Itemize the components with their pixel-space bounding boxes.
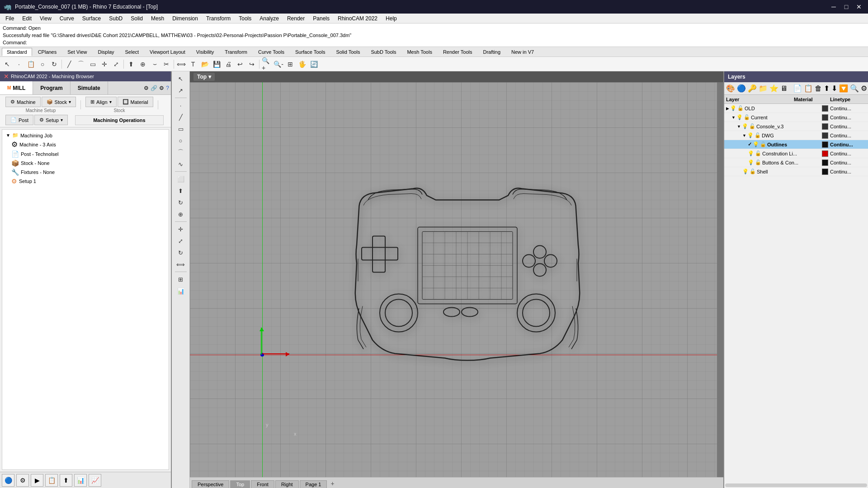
bulb-Construction[interactable]: 💡	[748, 150, 754, 156]
lv-line[interactable]: ╱	[174, 112, 188, 122]
bulb-DWG[interactable]: 💡	[747, 132, 754, 138]
layer-key-icon[interactable]: 🔑	[748, 84, 757, 93]
layer-up-icon[interactable]: ⬆	[824, 84, 830, 93]
lv-select[interactable]: ↖	[174, 73, 188, 84]
menu-edit[interactable]: Edit	[19, 14, 35, 23]
tab-front[interactable]: Front	[251, 480, 274, 488]
tab-perspective[interactable]: Perspective	[192, 480, 229, 488]
tab-solid-tools[interactable]: Solid Tools	[331, 48, 365, 56]
tab-viewport-layout[interactable]: Viewport Layout	[145, 48, 190, 56]
menu-analyze[interactable]: Analyze	[256, 14, 283, 23]
tool-rotate[interactable]: ↻	[49, 59, 60, 70]
menu-rhinocam[interactable]: RhinoCAM 2022	[334, 14, 381, 23]
tool-redo[interactable]: ↪	[246, 59, 257, 70]
lv-extrude[interactable]: ⬆	[174, 185, 188, 196]
expand-OLD[interactable]: ▶	[726, 106, 729, 111]
layer-search-icon[interactable]: 🔍	[850, 84, 859, 93]
layer-star-icon[interactable]: ⭐	[769, 84, 778, 93]
tab-add[interactable]: +	[328, 479, 337, 488]
bulb-console[interactable]: 💡	[742, 123, 748, 129]
rcam-link-icon[interactable]: 🔗	[151, 85, 157, 91]
lock-DWG[interactable]: 🔓	[755, 132, 761, 138]
tool-open[interactable]: 📂	[199, 59, 210, 70]
tab-standard[interactable]: Standard	[2, 48, 32, 56]
color-Construction[interactable]	[822, 150, 828, 157]
tool-undo[interactable]: ↩	[235, 59, 245, 70]
tool-dimension[interactable]: ⟺	[176, 59, 187, 70]
tab-right[interactable]: Right	[275, 480, 299, 488]
tool-scale[interactable]: ⤢	[111, 59, 122, 70]
menu-solid[interactable]: Solid	[127, 14, 146, 23]
tab-cplanes[interactable]: CPlanes	[33, 48, 62, 56]
tool-save[interactable]: 💾	[211, 59, 222, 70]
menu-transform[interactable]: Transform	[203, 14, 234, 23]
tab-subd-tools[interactable]: SubD Tools	[366, 48, 401, 56]
color-DWG[interactable]	[822, 132, 828, 139]
rcam-config-icon[interactable]: ⚙	[159, 85, 164, 91]
menu-mesh[interactable]: Mesh	[147, 14, 168, 23]
lock-Current[interactable]: 🔓	[744, 114, 750, 120]
tool-rect[interactable]: ▭	[87, 59, 98, 70]
maximize-button[interactable]: □	[841, 2, 852, 11]
tab-display[interactable]: Display	[93, 48, 119, 56]
bulb-OLD[interactable]: 💡	[730, 105, 736, 111]
setup-button[interactable]: ⚙ Setup	[34, 115, 68, 125]
tool-fillet[interactable]: ⌣	[149, 59, 160, 70]
tree-root[interactable]: ▼ 📁 Machining Job	[4, 131, 167, 139]
lock-Construction[interactable]: 🔓	[755, 150, 761, 156]
layer-settings-icon[interactable]: ⚙	[861, 84, 867, 93]
bulb-Outlines[interactable]: 💡	[753, 141, 759, 147]
rcam-btn-7[interactable]: 📈	[89, 474, 101, 487]
tool-text[interactable]: T	[188, 59, 198, 70]
align-button[interactable]: ⊞ Align	[85, 97, 116, 107]
menu-surface[interactable]: Surface	[79, 14, 104, 23]
tool-extrude[interactable]: ⬆	[126, 59, 137, 70]
rhinocam-close-x[interactable]: ✕	[4, 73, 9, 80]
tool-layer[interactable]: 📋	[25, 59, 36, 70]
tool-select[interactable]: ↖	[2, 59, 13, 70]
lock-Buttons[interactable]: 🔓	[755, 160, 761, 165]
tab-transform[interactable]: Transform	[220, 48, 252, 56]
layer-row-Outlines[interactable]: ✓ 💡 🔓 Outlines Continu...	[724, 140, 868, 149]
tool-print[interactable]: 🖨	[223, 59, 234, 70]
machine-button[interactable]: ⚙ Machine	[5, 97, 41, 107]
layer-folder-icon[interactable]: 📁	[759, 84, 768, 93]
menu-tools[interactable]: Tools	[235, 14, 255, 23]
tab-mesh-tools[interactable]: Mesh Tools	[402, 48, 437, 56]
lv-boolean[interactable]: ⊕	[174, 209, 188, 220]
tool-boolean[interactable]: ⊕	[137, 59, 148, 70]
lv-rect[interactable]: ▭	[174, 123, 188, 134]
tool-arc[interactable]: ⌒	[75, 59, 86, 70]
color-Current[interactable]	[822, 114, 828, 121]
tab-surface-tools[interactable]: Surface Tools	[290, 48, 330, 56]
rcam-btn-3[interactable]: ▶	[31, 474, 43, 487]
tool-move[interactable]: ✛	[99, 59, 110, 70]
layer-row-DWG[interactable]: ▼ 💡 🔓 DWG Continu...	[724, 131, 868, 140]
lv-surface[interactable]: ⬜	[174, 174, 188, 184]
tab-program[interactable]: Program	[33, 81, 70, 94]
tree-item-stock[interactable]: 📦 Stock - None	[4, 159, 167, 168]
color-Shell[interactable]	[822, 169, 828, 175]
layer-new-icon[interactable]: 📄	[793, 84, 802, 93]
bulb-Shell[interactable]: 💡	[742, 169, 749, 174]
menu-dimension[interactable]: Dimension	[169, 14, 202, 23]
tab-mill[interactable]: M MILL	[0, 81, 33, 94]
tree-item-fixtures[interactable]: 🔧 Fixtures - None	[4, 168, 167, 177]
lv-arc[interactable]: ⌒	[174, 147, 188, 158]
tree-expand-root[interactable]: ▼	[6, 133, 10, 138]
rcam-btn-2[interactable]: ⚙	[16, 474, 29, 487]
layer-row-Current[interactable]: ▼ 💡 🔓 Current Continu...	[724, 113, 868, 122]
tab-select[interactable]: Select	[120, 48, 144, 56]
tool-pan[interactable]: 🖐	[297, 59, 307, 70]
menu-file[interactable]: File	[2, 14, 18, 23]
tree-item-machine[interactable]: ⚙ Machine - 3 Axis	[4, 139, 167, 150]
layers-scrollbar[interactable]	[725, 483, 867, 487]
lv-point[interactable]: ·	[174, 100, 188, 111]
layer-down-icon[interactable]: ⬇	[831, 84, 837, 93]
menu-help[interactable]: Help	[382, 14, 401, 23]
post-button[interactable]: 📄 Post	[5, 115, 33, 125]
rcam-btn-5[interactable]: ⬆	[60, 474, 72, 487]
viewport-label[interactable]: Top ▾	[193, 73, 215, 81]
layer-row-console[interactable]: ▼ 💡 🔓 Console_v.3 Continu...	[724, 122, 868, 131]
expand-DWG[interactable]: ▼	[742, 133, 746, 138]
